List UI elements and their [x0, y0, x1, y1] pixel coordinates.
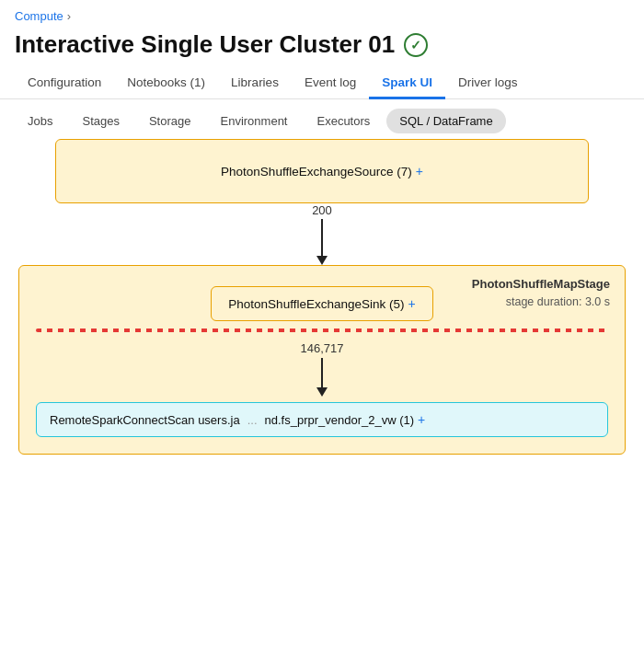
arrow-200-wrapper: 200 — [294, 203, 350, 265]
nav-item-configuration[interactable]: Configuration — [15, 68, 114, 99]
stage-label: PhotonShuffleMapStage stage duration: 3.… — [472, 275, 610, 310]
dag-top-node: PhotonShuffleExchangeSource (7) + — [55, 139, 589, 203]
nav-item-spark-ui[interactable]: Spark UI — [369, 68, 445, 99]
spark-nav-executors[interactable]: Executors — [304, 109, 383, 133]
arrow-146717-label: 146,717 — [301, 341, 344, 355]
inner-node-label: PhotonShuffleExchangeSink (5) — [228, 297, 404, 311]
dag-stage-box: PhotonShuffleMapStage stage duration: 3.… — [18, 265, 626, 455]
spark-nav-storage[interactable]: Storage — [136, 109, 204, 133]
arrow-line-2 — [321, 358, 323, 387]
arrow-head-2 — [316, 387, 328, 397]
red-dashed-separator — [36, 328, 608, 332]
nav-item-event-log[interactable]: Event log — [292, 68, 369, 99]
main-nav: Configuration Notebooks (1) Libraries Ev… — [0, 68, 644, 99]
status-icon: ✓ — [404, 33, 428, 57]
arrow-head-1 — [316, 256, 328, 265]
nav-item-libraries[interactable]: Libraries — [218, 68, 292, 99]
dag-container: PhotonShuffleExchangeSource (7) + 200 Ph… — [0, 139, 644, 473]
stage-name: PhotonShuffleMapStage — [472, 275, 610, 294]
nav-item-driver-logs[interactable]: Driver logs — [445, 68, 531, 99]
breadcrumb-separator: › — [67, 9, 71, 23]
breadcrumb-link[interactable]: Compute — [15, 9, 63, 23]
spark-nav-jobs[interactable]: Jobs — [15, 109, 65, 133]
top-node-label: PhotonShuffleExchangeSource (7) — [221, 165, 412, 179]
spark-nav-sql-dataframe[interactable]: SQL / DataFrame — [386, 109, 505, 133]
bottom-node-plus[interactable]: + — [418, 412, 425, 427]
arrow-line-1 — [321, 219, 323, 256]
breadcrumb: Compute › — [0, 0, 644, 27]
dag-inner-node: PhotonShuffleExchangeSink (5) + — [211, 286, 432, 321]
page-title: Interactive Single User Cluster 01 — [15, 30, 395, 59]
spark-nav-environment[interactable]: Environment — [208, 109, 301, 133]
dag-bottom-node: RemoteSparkConnectScan users.ja...nd.fs_… — [36, 402, 608, 437]
top-node-plus[interactable]: + — [416, 164, 423, 179]
bottom-node-label: RemoteSparkConnectScan users.ja...nd.fs_… — [50, 413, 414, 427]
spark-nav: Jobs Stages Storage Environment Executor… — [0, 99, 644, 139]
arrow-146717-wrapper: 146,717 — [36, 340, 608, 398]
stage-duration: stage duration: 3.0 s — [472, 294, 610, 311]
title-row: Interactive Single User Cluster 01 ✓ — [0, 27, 644, 68]
inner-node-plus[interactable]: + — [408, 296, 415, 311]
arrow-200-label: 200 — [312, 203, 332, 217]
spark-nav-stages[interactable]: Stages — [69, 109, 132, 133]
nav-item-notebooks[interactable]: Notebooks (1) — [114, 68, 218, 99]
